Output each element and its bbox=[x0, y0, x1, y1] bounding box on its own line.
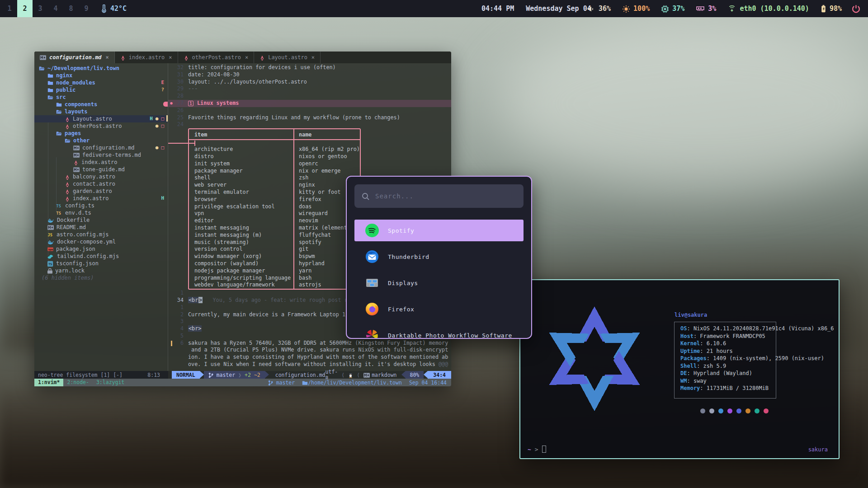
tree-item-README.md[interactable]: README.md bbox=[34, 224, 168, 231]
thunderbird-icon bbox=[365, 250, 379, 263]
tab-Layout.astro[interactable]: Layout.astro× bbox=[254, 52, 321, 63]
tab-label: Layout.astro bbox=[268, 54, 307, 61]
launcher-item-displays[interactable]: Displays bbox=[354, 272, 524, 294]
tmux-window-1nvim[interactable]: 1:nvim* bbox=[34, 379, 63, 386]
workspace-button-4[interactable]: 4 bbox=[48, 0, 63, 17]
launcher-item-thunderbird[interactable]: Thunderbird bbox=[354, 246, 524, 267]
table-row: nodejs package manageryarn bbox=[189, 267, 360, 275]
tree-scrollbar-thumb bbox=[166, 115, 168, 122]
tmux-window-3lazygit[interactable]: 3:lazygit bbox=[93, 379, 128, 386]
launcher-search[interactable] bbox=[354, 184, 524, 208]
tree-item-garden.astro[interactable]: garden.astro bbox=[34, 188, 168, 195]
table-cell-item: architecture bbox=[189, 146, 293, 153]
tab-label: index.astro bbox=[129, 54, 165, 61]
tab-otherPost.astro[interactable]: otherPost.astro× bbox=[178, 52, 255, 63]
powerline-separator bbox=[200, 371, 204, 378]
mark-pill bbox=[163, 102, 168, 107]
astro-icon bbox=[184, 54, 189, 61]
table-cell-name: nixos or gentoo bbox=[293, 153, 360, 160]
workspace-button-9[interactable]: 9 bbox=[79, 0, 94, 17]
line-text: ove. I use Nix when I need software with… bbox=[188, 361, 448, 368]
fetch-info-line: Memory: 11731MiB / 31280MiB bbox=[680, 385, 834, 392]
terminal-color-palette bbox=[700, 408, 769, 413]
table-cell-name: nix or emerge bbox=[293, 168, 360, 175]
launcher-item-darktable[interactable]: Darktable Photo Workflow Software bbox=[354, 324, 524, 339]
fetch-info-line: Uptime: 21 hours bbox=[680, 347, 834, 355]
tmux-window-2node[interactable]: 2:node- bbox=[63, 379, 92, 386]
line-number: 2 bbox=[175, 311, 188, 319]
tab-configuration.md[interactable]: configuration.md× bbox=[34, 52, 115, 63]
tree-item-~Developmentliv.town[interactable]: ~/Development/liv.town bbox=[34, 65, 168, 72]
tree-item-nodemodules[interactable]: node_modulesE bbox=[34, 79, 168, 86]
tab-close-icon[interactable]: × bbox=[106, 54, 109, 61]
tab-close-icon[interactable]: × bbox=[311, 54, 315, 61]
table-row: instant messaging (m)fluffychat bbox=[189, 232, 360, 239]
fetch-info-label: Packages bbox=[680, 355, 707, 361]
tree-item-otherPost.astro[interactable]: otherPost.astro●□ bbox=[34, 122, 168, 130]
tree-item-Dockerfile[interactable]: Dockerfile bbox=[34, 216, 168, 224]
launcher-item-spotify[interactable]: Spotify bbox=[354, 220, 524, 241]
markdown-table: itemnamearchitecturex86_64 (rip m2 pro)d… bbox=[188, 128, 361, 290]
tree-item-tsconfig.json[interactable]: TStsconfig.json bbox=[34, 260, 168, 267]
gutter: 6 bbox=[168, 340, 188, 347]
tree-item-contact.astro[interactable]: contact.astro bbox=[34, 180, 168, 188]
tab-close-icon[interactable]: × bbox=[245, 54, 248, 61]
workspace-button-3[interactable]: 3 bbox=[33, 0, 48, 17]
darktable-icon bbox=[365, 328, 379, 339]
table-row: init systemopenrc bbox=[189, 160, 360, 168]
tab-close-icon[interactable]: × bbox=[169, 54, 172, 61]
sign-column bbox=[168, 71, 175, 79]
gutter bbox=[168, 361, 188, 368]
shell-prompt[interactable]: ~ > bbox=[528, 446, 546, 453]
power-button[interactable] bbox=[852, 4, 862, 14]
tree-item-config.ts[interactable]: TSconfig.ts bbox=[34, 202, 168, 209]
tree-item-fediverse-terms.md[interactable]: fediverse-terms.md bbox=[34, 151, 168, 159]
workspace-button-8[interactable]: 8 bbox=[63, 0, 79, 17]
launcher-item-firefox[interactable]: Firefox bbox=[354, 298, 524, 320]
tree-item-Layout.astro[interactable]: Layout.astroH●□ bbox=[34, 115, 168, 122]
line-text: 1Linux systems bbox=[188, 100, 239, 107]
table-cell-item: distro bbox=[189, 153, 293, 160]
heading-text: Linux systems bbox=[197, 100, 239, 107]
tree-item-other[interactable]: other bbox=[34, 137, 168, 144]
tree-item-env.d.ts[interactable]: TSenv.d.ts bbox=[34, 209, 168, 216]
tree-item-index.astro[interactable]: index.astroH bbox=[34, 195, 168, 202]
fetch-info-value: : Framework FRANMDCP05 bbox=[693, 333, 765, 339]
tree-item-layouts[interactable]: layouts bbox=[34, 108, 168, 115]
tree-item-label: index.astro bbox=[81, 159, 117, 166]
line-number: 28 bbox=[175, 93, 188, 100]
buffer-line: ove. I use Nix when I need software with… bbox=[168, 361, 451, 368]
line-number: 1 bbox=[175, 304, 188, 311]
tree-item-nginx[interactable]: nginx bbox=[34, 72, 168, 79]
tab-index.astro[interactable]: index.astro× bbox=[115, 52, 178, 63]
workspace-button-2[interactable]: 2 bbox=[17, 0, 33, 17]
tree-item-src[interactable]: src bbox=[34, 94, 168, 101]
astro-icon bbox=[65, 195, 70, 202]
fetch-info-label: DE bbox=[680, 370, 687, 376]
tree-badge: H bbox=[150, 115, 153, 122]
git-modified-count: ~2 bbox=[254, 372, 260, 378]
line-number: 6 bbox=[175, 340, 188, 347]
tree-item-6hiddenitems[interactable]: (6 hidden items) bbox=[34, 274, 168, 282]
search-input[interactable] bbox=[375, 192, 516, 200]
tree-item-pages[interactable]: pages bbox=[34, 130, 168, 137]
tree-item-tone-guide.md[interactable]: tone-guide.md bbox=[34, 166, 168, 173]
tree-item-package.json[interactable]: npmpackage.json bbox=[34, 245, 168, 253]
workspace-button-1[interactable]: 1 bbox=[2, 0, 17, 17]
fetch-info-value: : NixOS 24.11.20240828.71e91c4 (Vicuna) … bbox=[687, 325, 834, 332]
fetch-info-value: : Hyprland (Wayland) bbox=[687, 370, 752, 376]
tree-item-astro.config.mjs[interactable]: JSastro.config.mjs bbox=[34, 231, 168, 238]
tree-item-components[interactable]: components bbox=[34, 101, 168, 108]
fetch-info-line: Packages: 1409 (nix-system), 2590 (nix-u… bbox=[680, 355, 834, 362]
tree-item-yarn.lock[interactable]: yarn.lock bbox=[34, 267, 168, 274]
palette-dot bbox=[700, 408, 705, 413]
tree-item-index.astro[interactable]: index.astro bbox=[34, 159, 168, 166]
tree-item-balcony.astro[interactable]: balcony.astro bbox=[34, 173, 168, 180]
tree-item-tailwind.config.mjs[interactable]: tailwind.config.mjs bbox=[34, 253, 168, 260]
tree-item-configuration.md[interactable]: configuration.md●□ bbox=[34, 144, 168, 151]
spotify-icon bbox=[365, 224, 379, 237]
tree-item-docker-compose.yml[interactable]: docker-compose.yml bbox=[34, 238, 168, 245]
tree-item-public[interactable]: public? bbox=[34, 86, 168, 94]
html-tag: <br> bbox=[188, 325, 202, 332]
mdbox-icon bbox=[73, 166, 80, 173]
